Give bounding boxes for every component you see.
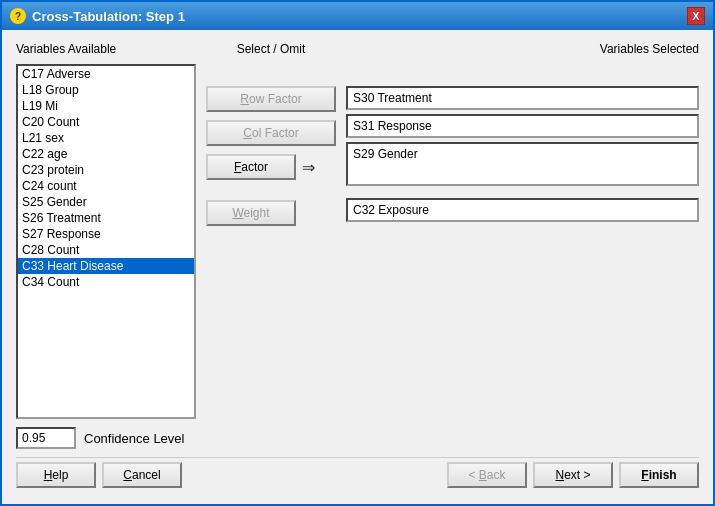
title-bar: ? Cross-Tabulation: Step 1 X: [2, 2, 713, 30]
list-item[interactable]: S25 Gender: [18, 194, 194, 210]
row-factor-field: S30 Treatment: [346, 86, 699, 110]
column-headers: Variables Available Select / Omit Variab…: [16, 42, 699, 56]
list-item[interactable]: C20 Count: [18, 114, 194, 130]
list-item[interactable]: S27 Response: [18, 226, 194, 242]
main-area: C17 Adverse L18 Group L19 Mi C20 Count L…: [16, 64, 699, 419]
row-factor-underline-char: R: [240, 92, 249, 106]
back-button[interactable]: < Back: [447, 462, 527, 488]
cancel-underline: C: [123, 468, 132, 482]
list-item[interactable]: L19 Mi: [18, 98, 194, 114]
confidence-row: Confidence Level: [16, 427, 699, 449]
next-underline: N: [555, 468, 564, 482]
col-factor-underline-char: C: [243, 126, 252, 140]
window-icon: ?: [10, 8, 26, 24]
weight-field: C32 Exposure: [346, 198, 699, 222]
weight-underline-char: W: [232, 206, 243, 220]
variables-listbox[interactable]: C17 Adverse L18 Group L19 Mi C20 Count L…: [16, 64, 196, 419]
list-item[interactable]: C28 Count: [18, 242, 194, 258]
weight-section: Weight: [206, 200, 336, 226]
middle-buttons-panel: Row Factor Col Factor Factor ⇒ Weight: [206, 64, 336, 419]
factor-button[interactable]: Factor: [206, 154, 296, 180]
col-factor-field: S31 Response: [346, 114, 699, 138]
back-underline: B: [479, 468, 487, 482]
cancel-button[interactable]: Cancel: [102, 462, 182, 488]
confidence-label: Confidence Level: [84, 431, 184, 446]
left-buttons: Help Cancel: [16, 462, 182, 488]
variables-selected-header: Variables Selected: [346, 42, 699, 56]
next-button[interactable]: Next >: [533, 462, 613, 488]
confidence-input[interactable]: [16, 427, 76, 449]
list-item[interactable]: S26 Treatment: [18, 210, 194, 226]
weight-button[interactable]: Weight: [206, 200, 296, 226]
col-factor-button[interactable]: Col Factor: [206, 120, 336, 146]
right-buttons: < Back Next > Finish: [447, 462, 699, 488]
content-area: Variables Available Select / Omit Variab…: [2, 30, 713, 504]
list-item[interactable]: C24 count: [18, 178, 194, 194]
factor-row: Factor ⇒: [206, 154, 336, 180]
close-button[interactable]: X: [687, 7, 705, 25]
list-item[interactable]: L18 Group: [18, 82, 194, 98]
finish-underline: F: [641, 468, 648, 482]
list-item[interactable]: C23 protein: [18, 162, 194, 178]
window-title: Cross-Tabulation: Step 1: [32, 9, 185, 24]
help-button[interactable]: Help: [16, 462, 96, 488]
row-factor-button[interactable]: Row Factor: [206, 86, 336, 112]
list-item[interactable]: C17 Adverse: [18, 66, 194, 82]
right-panel: S30 Treatment S31 Response S29 Gender C3…: [346, 64, 699, 419]
variables-available-header: Variables Available: [16, 42, 196, 56]
list-item[interactable]: C34 Count: [18, 274, 194, 290]
variables-panel: C17 Adverse L18 Group L19 Mi C20 Count L…: [16, 64, 196, 419]
list-item[interactable]: C22 age: [18, 146, 194, 162]
select-omit-header: Select / Omit: [206, 42, 336, 56]
factor-field: S29 Gender: [346, 142, 699, 186]
list-item[interactable]: L21 sex: [18, 130, 194, 146]
list-item-selected[interactable]: C33 Heart Disease: [18, 258, 194, 274]
selected-vars-container: S30 Treatment S31 Response S29 Gender C3…: [346, 86, 699, 222]
bottom-section: Confidence Level Help Cancel < Back: [16, 427, 699, 492]
finish-button[interactable]: Finish: [619, 462, 699, 488]
main-window: ? Cross-Tabulation: Step 1 X Variables A…: [0, 0, 715, 506]
button-row: Help Cancel < Back Next > Finish: [16, 457, 699, 492]
title-bar-left: ? Cross-Tabulation: Step 1: [10, 8, 185, 24]
factor-arrow-icon: ⇒: [302, 158, 315, 177]
